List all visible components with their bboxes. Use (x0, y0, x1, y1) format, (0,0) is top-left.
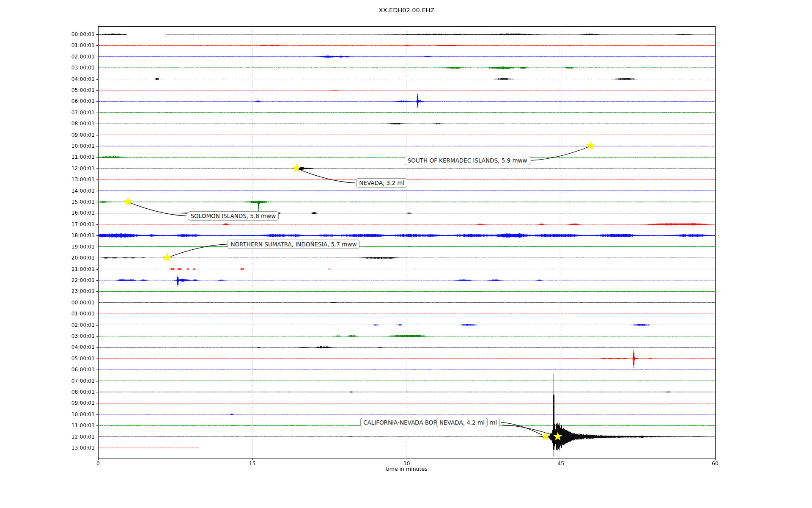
row-time-label: 19:00:01 (40, 243, 95, 250)
row-time-label: 01:00:01 (40, 310, 95, 317)
x-tick-label: 30 (394, 460, 420, 467)
x-tick-label: 45 (548, 460, 573, 467)
row-time-label: 05:00:01 (40, 87, 95, 94)
row-time-label: 18:00:01 (40, 232, 95, 239)
row-time-label: 12:00:01 (40, 433, 95, 440)
row-time-label: 16:00:01 (40, 210, 95, 216)
event-annotation-solomon: SOLOMON ISLANDS, 5.8 mww (188, 211, 279, 221)
row-time-label: 07:00:01 (40, 109, 95, 116)
x-tick-label: 60 (702, 460, 728, 467)
row-time-label: 06:00:01 (40, 98, 95, 105)
row-time-label: 10:00:01 (40, 143, 95, 149)
row-time-label: 17:00:01 (40, 221, 95, 228)
row-time-label: 02:00:01 (40, 53, 95, 60)
seismogram-figure: XX.EDH02.00.EHZ time in minutes 00:00:01… (0, 0, 812, 508)
event-annotation-nevada-32: NEVADA, 3.2 ml (356, 178, 407, 188)
x-axis-label: time in minutes (98, 466, 715, 472)
event-star-icon: ★ (586, 140, 596, 151)
row-time-label: 10:00:01 (40, 411, 95, 418)
row-time-label: 13:00:01 (40, 444, 95, 451)
annotation-leader-canvas (0, 0, 812, 508)
row-time-label: 04:00:01 (40, 344, 95, 351)
x-tick-label: 0 (85, 460, 111, 467)
row-time-label: 15:00:01 (40, 199, 95, 205)
row-time-label: 01:00:01 (40, 42, 95, 49)
row-time-label: 09:00:01 (40, 400, 95, 406)
row-time-label: 21:00:01 (40, 266, 95, 273)
row-time-label: 05:00:01 (40, 355, 95, 362)
event-star-icon: ★ (123, 196, 133, 207)
x-tick-label: 15 (240, 460, 265, 467)
row-time-label: 03:00:01 (40, 333, 95, 340)
event-annotation-nevada-42: NEVADA, 4.2 ml (436, 418, 488, 427)
row-time-label: 07:00:01 (40, 378, 95, 384)
row-time-label: 00:00:01 (40, 299, 95, 306)
row-time-label: 09:00:01 (40, 132, 95, 138)
row-time-label: 04:00:01 (40, 76, 95, 83)
annotation-text-left: CALIFORNIA-NEVADA BOR (363, 419, 437, 426)
row-time-label: 06:00:01 (40, 366, 95, 373)
row-time-label: 22:00:01 (40, 277, 95, 284)
row-time-label: 12:00:01 (40, 165, 95, 172)
row-time-label: 11:00:01 (40, 154, 95, 160)
row-time-label: 03:00:01 (40, 64, 95, 71)
row-time-label: 23:00:01 (40, 288, 95, 295)
event-annotation-kermadec: SOUTH OF KERMADEC ISLANDS, 5.9 mww (405, 156, 530, 165)
event-star-icon: ★ (162, 252, 172, 263)
event-star-icon: ★ (540, 431, 551, 442)
row-time-label: 00:00:01 (40, 31, 95, 38)
event-star-icon: ★ (553, 431, 563, 442)
row-time-label: 11:00:01 (40, 422, 95, 429)
row-time-label: 20:00:01 (40, 254, 95, 261)
row-time-label: 08:00:01 (40, 389, 95, 395)
event-annotation-sumatra: NORTHERN SUMATRA, INDONESIA, 5.7 mww (228, 240, 359, 249)
row-time-label: 13:00:01 (40, 176, 95, 183)
figure-title: XX.EDH02.00.EHZ (98, 7, 715, 14)
event-star-icon: ★ (291, 162, 302, 174)
row-time-label: 02:00:01 (40, 322, 95, 329)
row-time-label: 08:00:01 (40, 120, 95, 127)
row-time-label: 14:00:01 (40, 188, 95, 194)
